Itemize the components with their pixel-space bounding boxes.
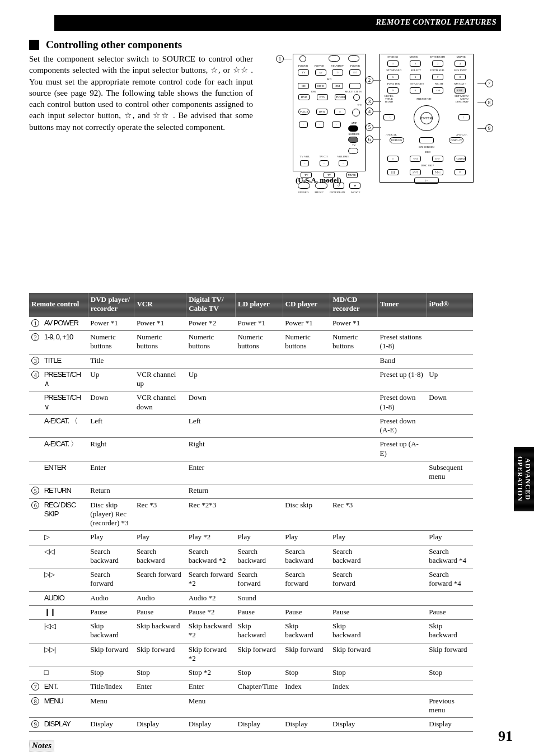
table-cell: [283, 391, 330, 415]
table-cell: Preset stations (1-8): [378, 331, 427, 354]
table-cell: [378, 666, 427, 680]
table-cell: Rec *3: [134, 498, 186, 531]
remote-control-label: 1-9, 0, +10: [42, 331, 88, 354]
col-md: MD/CD recorder: [330, 293, 378, 317]
table-row: 9DISPLAYDisplayDisplayDisplayDisplayDisp…: [29, 718, 473, 732]
table-row: 6REC/ DISC SKIPDisc skip (player) Rec (r…: [29, 498, 473, 531]
table-cell: [236, 354, 283, 368]
remote-right: STEREOMUSICENTERTAINMOVIE 1234 STANDARDS…: [380, 54, 474, 183]
table-cell: [330, 591, 378, 605]
table-row: □StopStopStop *2StopStopStopStop: [29, 666, 473, 680]
table-cell: [378, 531, 427, 545]
remote-control-label: A-E/CAT. 〉: [42, 438, 88, 461]
table-cell: [134, 354, 186, 368]
table-cell: Preset down (A-E): [378, 414, 427, 438]
table-cell: Disc skip (player) Rec (recorder) *3: [88, 498, 134, 531]
table-cell: [378, 498, 427, 531]
header-bar: REMOTE CONTROL FEATURES: [54, 15, 501, 31]
table-cell: Power *1: [236, 316, 283, 330]
table-cell: Pause: [283, 605, 330, 619]
table-cell: Skip forward: [134, 643, 186, 666]
remote-control-label: MENU: [42, 694, 88, 718]
table-cell: Subsequent menu: [427, 461, 473, 484]
table-cell: [378, 718, 427, 732]
notes-section: Notes *1 This button is operational only…: [29, 740, 501, 756]
table-cell: [236, 498, 283, 531]
table-cell: VCR channel down: [134, 391, 186, 415]
table-cell: Stop: [330, 666, 378, 680]
table-row: ▷▷Search forwardSearch forwardSearch for…: [29, 568, 473, 592]
table-row: 4PRESET/CH ∧UpVCR channel upUpPreset up …: [29, 368, 473, 391]
table-cell: [236, 694, 283, 718]
remote-control-label: □: [42, 666, 88, 680]
table-cell: [134, 414, 186, 438]
table-cell: Skip forward *2: [186, 643, 236, 666]
table-cell: Rec *2*3: [186, 498, 236, 531]
remote-control-label: |◁◁: [42, 620, 88, 643]
table-cell: Index: [330, 680, 378, 694]
table-row: 1AV POWERPower *1Power *1Power *2Power *…: [29, 316, 473, 330]
table-cell: [378, 680, 427, 694]
table-cell: Enter: [186, 461, 236, 484]
remote-control-label: PRESET/CH ∨: [42, 391, 88, 415]
table-cell: [427, 680, 473, 694]
table-cell: Search forward: [236, 568, 283, 592]
table-cell: Search backward: [330, 545, 378, 568]
table-cell: [283, 368, 330, 391]
table-cell: Up: [427, 368, 473, 391]
remote-control-label: REC/ DISC SKIP: [42, 498, 88, 531]
table-cell: [330, 354, 378, 368]
table-cell: Sound: [236, 591, 283, 605]
table-row: ENTEREnterEnterSubsequent menu: [29, 461, 473, 484]
remote-control-label: PRESET/CH ∧: [42, 368, 88, 391]
table-cell: Down: [88, 391, 134, 415]
remote-control-label: ▷: [42, 531, 88, 545]
table-cell: Preset down (1-8): [378, 391, 427, 415]
table-cell: Disc skip: [283, 498, 330, 531]
remote-control-label: RETURN: [42, 484, 88, 498]
table-cell: Skip forward: [283, 643, 330, 666]
table-cell: [236, 391, 283, 415]
table-cell: [330, 391, 378, 415]
table-cell: [283, 438, 330, 461]
table-cell: Search backward: [88, 545, 134, 568]
table-cell: Left: [186, 414, 236, 438]
table-cell: Search backward *4: [427, 545, 473, 568]
table-cell: Play: [283, 531, 330, 545]
remote-control-label: AUDIO: [42, 591, 88, 605]
page-number: 91: [498, 728, 513, 745]
table-cell: Pause *2: [186, 605, 236, 619]
table-cell: Search forward: [283, 568, 330, 592]
table-cell: Audio: [134, 591, 186, 605]
table-cell: Search forward *2: [186, 568, 236, 592]
table-cell: Display: [236, 718, 283, 732]
table-cell: [427, 354, 473, 368]
table-cell: Power *1: [330, 316, 378, 330]
table-cell: [283, 484, 330, 498]
usa-model-label: (U.S.A. model): [296, 176, 341, 185]
table-cell: [236, 461, 283, 484]
table-cell: [378, 620, 427, 643]
table-cell: Chapter/Time: [236, 680, 283, 694]
table-cell: Display: [186, 718, 236, 732]
table-cell: Up: [186, 368, 236, 391]
col-remote: Remote control: [29, 293, 88, 317]
table-cell: [186, 354, 236, 368]
function-table: Remote control DVD player/ recorder VCR …: [29, 293, 473, 732]
table-cell: Skip backward: [88, 620, 134, 643]
table-row: ❙❙PausePausePause *2PausePausePausePause: [29, 605, 473, 619]
side-tab: ADVANCED OPERATION: [514, 447, 534, 511]
table-cell: [378, 545, 427, 568]
table-cell: Left: [88, 414, 134, 438]
table-cell: [378, 694, 427, 718]
col-ipod: iPod®: [427, 293, 473, 317]
table-cell: Display: [88, 718, 134, 732]
table-row: 8MENUMenuMenuPrevious menu: [29, 694, 473, 718]
table-cell: Title: [88, 354, 134, 368]
table-cell: Skip backward: [134, 620, 186, 643]
table-cell: [330, 461, 378, 484]
table-cell: [134, 484, 186, 498]
table-cell: Stop: [134, 666, 186, 680]
remote-control-label: DISPLAY: [42, 718, 88, 732]
table-cell: [427, 498, 473, 531]
